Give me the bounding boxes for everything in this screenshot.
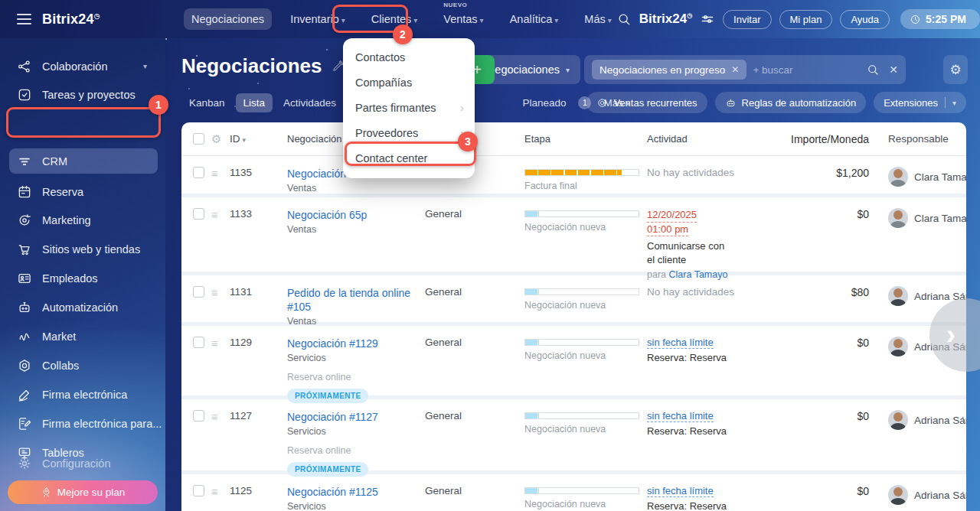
clear-search-icon[interactable]: ✕ — [889, 63, 898, 76]
sidebar-item-tareas[interactable]: Tareas y proyectos — [9, 82, 158, 107]
grid-settings-button[interactable]: ⚙ — [943, 55, 968, 84]
sidebar-item-crm[interactable]: CRM — [9, 148, 158, 174]
nav-mas[interactable]: Más▾ — [577, 8, 619, 30]
reglas-automatizacion-button[interactable]: Reglas de automatización — [715, 92, 867, 113]
deal-link[interactable]: Negociación #1129 — [287, 337, 378, 350]
nav-negociaciones[interactable]: Negociaciones — [184, 8, 272, 30]
remove-filter-icon[interactable]: ✕ — [731, 64, 739, 75]
drag-handle-icon[interactable]: ≡ — [211, 197, 230, 221]
columns-gear-icon[interactable]: ⚙ — [211, 132, 230, 146]
tab-lista[interactable]: Lista — [236, 93, 273, 112]
filter-search-bar[interactable]: Negociaciones en progreso ✕ + buscar ✕ — [584, 55, 906, 84]
sidebar-item-market[interactable]: Market — [9, 324, 158, 349]
deal-category: Ventas — [287, 224, 414, 235]
deal-link[interactable]: Negociación #1127 — [287, 410, 378, 424]
clock-widget[interactable]: 5:25 PM — [900, 9, 980, 29]
menu-item-contact-center[interactable]: Contact center — [343, 145, 475, 171]
stage-cell[interactable]: Negociación nueva — [524, 197, 647, 233]
col-etapa[interactable]: Etapa — [524, 133, 647, 145]
drag-handle-icon[interactable]: ≡ — [211, 326, 230, 350]
sidebar-item-colaboracion[interactable]: Colaboración ▾ — [9, 54, 158, 79]
table-row[interactable]: ≡ 1127 Negociación #1127 Servicios Reser… — [181, 399, 966, 474]
sidebar-item-marketing[interactable]: Marketing — [9, 207, 158, 233]
drag-handle-icon[interactable]: ≡ — [211, 474, 230, 498]
stage-cell[interactable]: Negociación nueva — [524, 474, 647, 509]
pipeline-cell: General — [425, 399, 524, 421]
tab-kanban[interactable]: Kanban — [181, 93, 233, 112]
deadline-link[interactable]: sin fecha límite — [647, 337, 714, 349]
chevron-down-icon: ▾ — [143, 62, 147, 70]
col-importe[interactable]: Importe/Moneda — [773, 133, 869, 145]
row-checkbox[interactable] — [193, 410, 204, 421]
responsible-cell[interactable]: Adriana Sánchez — [888, 399, 966, 430]
nav-clientes[interactable]: Clientes▾ — [364, 8, 425, 30]
table-row[interactable]: ≡ 1133 Negociación 65p Ventas General Ne… — [181, 197, 966, 275]
ventas-recurrentes-button[interactable]: Ventas recurrentes — [586, 92, 707, 113]
activity-cell: sin fecha límite Reserva: Reserva — [647, 326, 773, 363]
row-checkbox[interactable] — [193, 337, 204, 348]
sidebar-item-firma[interactable]: Firma electrónica — [9, 382, 158, 407]
table-row[interactable]: ≡ 1131 Pedido de la tienda online #105 V… — [181, 275, 966, 326]
responsible-cell[interactable]: Clara Tamayo — [888, 156, 966, 187]
stage-cell[interactable]: Negociación nueva — [524, 326, 647, 361]
sidebar-item-configuracion[interactable]: Configuración — [9, 451, 158, 476]
responsible-cell[interactable]: Adriana Sánchez — [888, 474, 966, 505]
deadline-link[interactable]: sin fecha límite — [647, 485, 714, 497]
sidebar-item-empleados[interactable]: Empleados — [9, 265, 158, 291]
stage-cell[interactable]: Negociación nueva — [524, 275, 647, 311]
sidebar-item-firma-para[interactable]: Firma electrónica para... — [9, 411, 158, 436]
table-row[interactable]: ≡ 1135 Negociación 78 Ventas Entrega Fac… — [181, 156, 966, 197]
sidebar-item-sitios[interactable]: Sitios web y tiendas — [9, 236, 158, 262]
tab-actividades[interactable]: Actividades — [276, 93, 344, 112]
pin-edit-icon[interactable] — [332, 60, 345, 73]
deadline-link[interactable]: sin fecha límite — [647, 410, 714, 422]
row-checkbox[interactable] — [193, 286, 204, 298]
invitar-button[interactable]: Invitar — [723, 10, 771, 29]
id-card-icon — [17, 271, 32, 286]
nav-analitica[interactable]: Analítica▾ — [502, 8, 567, 30]
sidebar-item-reserva[interactable]: Reserva — [9, 179, 158, 204]
col-responsable[interactable]: Responsable — [888, 133, 949, 145]
deal-link[interactable]: Negociación #1125 — [287, 485, 378, 499]
responsible-cell[interactable]: Clara Tamayo — [888, 197, 966, 228]
filter-chip[interactable]: Negociaciones en progreso ✕ — [592, 60, 746, 80]
sidebar-item-automatizacion[interactable]: Automatización — [9, 295, 158, 320]
sidebar-item-collabs[interactable]: Collabs — [9, 353, 158, 378]
mi-plan-button[interactable]: Mi plan — [779, 10, 833, 29]
nav-inventario[interactable]: Inventario▾ — [283, 8, 353, 30]
menu-item-proveedores[interactable]: Proveedores› — [343, 120, 475, 145]
activity-time-link[interactable]: 01:00 pm — [647, 223, 688, 237]
extensiones-button[interactable]: Extensiones ▾ — [874, 92, 966, 113]
drag-handle-icon[interactable]: ≡ — [211, 156, 230, 180]
row-checkbox[interactable] — [193, 167, 204, 178]
drag-handle-icon[interactable]: ≡ — [211, 275, 230, 299]
table-row[interactable]: ≡ 1125 Negociación #1125 Servicios Gener… — [181, 474, 966, 511]
deal-link[interactable]: Negociación 65p — [287, 208, 367, 222]
search-icon[interactable] — [866, 63, 880, 76]
topbar-right: Bitrix24◷ Invitar Mi plan Ayuda 5:25 PM — [616, 0, 980, 38]
stage-cell[interactable]: Factura final — [524, 156, 647, 191]
activity-date-link[interactable]: 12/20/2025 — [647, 208, 697, 223]
nav-ventas[interactable]: NUEVOVentas▾ — [436, 8, 491, 30]
upgrade-plan-button[interactable]: Mejore su plan — [8, 480, 158, 504]
ayuda-button[interactable]: Ayuda — [840, 10, 890, 29]
table-row[interactable]: ≡ 1129 Negociación #1129 Servicios Reser… — [181, 326, 966, 399]
col-actividad[interactable]: Actividad — [647, 133, 773, 145]
search-input[interactable]: + buscar — [753, 64, 860, 76]
search-icon[interactable] — [616, 11, 632, 27]
menu-icon[interactable] — [17, 11, 31, 28]
tab-planeado[interactable]: Planeado — [514, 93, 573, 112]
select-all-checkbox[interactable] — [193, 133, 204, 145]
stage-cell[interactable]: Negociación nueva — [524, 399, 647, 435]
row-checkbox[interactable] — [193, 208, 204, 220]
chevron-down-icon: ▾ — [608, 16, 612, 24]
deal-link[interactable]: Pedido de la tienda online #105 — [287, 286, 414, 314]
background-stars — [165, 38, 167, 40]
menu-item-contactos[interactable]: Contactos — [343, 44, 475, 70]
menu-item-companias[interactable]: Compañías — [343, 70, 475, 95]
row-checkbox[interactable] — [193, 485, 204, 496]
drag-handle-icon[interactable]: ≡ — [211, 399, 230, 423]
sliders-icon[interactable] — [700, 11, 715, 27]
menu-item-partes-firmantes[interactable]: Partes firmantes› — [343, 95, 475, 120]
col-id[interactable]: ID▾ — [230, 133, 287, 145]
